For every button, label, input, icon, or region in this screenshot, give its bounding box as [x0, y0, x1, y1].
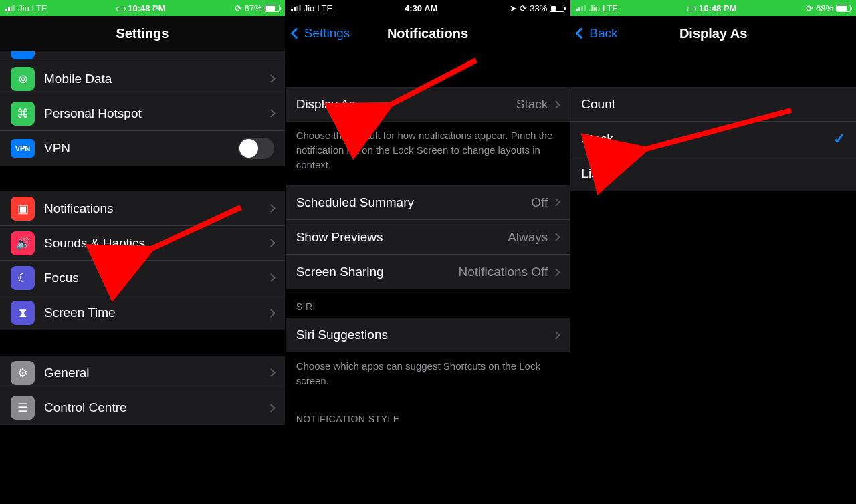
signal-icon: [576, 5, 586, 11]
settings-group-notifications: ▣ Notifications 🔊 Sounds & Haptics ☾ Foc…: [0, 191, 285, 330]
siri-section: Siri Suggestions: [286, 318, 570, 352]
row-label: List: [581, 166, 845, 181]
row-label: Scheduled Summary: [296, 195, 532, 210]
row-label: VPN: [44, 141, 238, 156]
row-notifications[interactable]: ▣ Notifications: [0, 191, 285, 226]
nav-title: Settings: [116, 26, 169, 41]
chevron-right-icon: [267, 204, 276, 213]
section-footer: Choose which apps can suggest Shortcuts …: [286, 352, 570, 402]
chevron-right-icon: [552, 268, 560, 277]
speaker-icon: 🔊: [11, 231, 35, 255]
row-siri-suggestions[interactable]: Siri Suggestions: [286, 318, 570, 352]
section-gap: [570, 51, 856, 87]
cropped-row: [0, 51, 285, 61]
orientation-lock-icon: ⟳: [520, 3, 527, 13]
time-label: 4:30 AM: [405, 3, 437, 13]
row-vpn[interactable]: VPN VPN: [0, 131, 285, 166]
signal-icon: [5, 5, 15, 11]
time-label: 10:48 PM: [699, 3, 736, 13]
back-button[interactable]: Back: [577, 26, 617, 41]
network-label: LTE: [603, 3, 618, 13]
status-bar: Jio LTE 10:48 PM ⟳ 68%: [570, 0, 856, 16]
carrier-label: Jio: [588, 3, 600, 13]
option-stack[interactable]: Stack ✓: [570, 122, 856, 156]
row-value: Always: [508, 230, 548, 245]
row-label: Display As: [296, 97, 516, 112]
network-label: LTE: [317, 3, 332, 13]
back-label: Back: [589, 26, 617, 41]
chevron-right-icon: [267, 404, 276, 412]
orientation-lock-icon: ⟳: [235, 3, 242, 13]
settings-group-connectivity: ⊚ Mobile Data ⌘ Personal Hotspot VPN VPN: [0, 61, 285, 166]
nav-bar: Settings Notifications: [286, 16, 570, 51]
carrier-label: Jio: [304, 3, 315, 13]
row-label: Stack: [581, 132, 833, 146]
chevron-left-icon: [576, 28, 587, 39]
row-display-as[interactable]: Display As Stack: [286, 87, 570, 122]
row-sounds-haptics[interactable]: 🔊 Sounds & Haptics: [0, 226, 285, 261]
bell-icon: ▣: [11, 197, 35, 221]
link-icon: ⌘: [11, 102, 35, 126]
option-count[interactable]: Count: [570, 87, 856, 122]
row-value: Notifications Off: [459, 265, 548, 279]
section-header-siri: SIRI: [286, 289, 570, 318]
checkmark-icon: ✓: [833, 130, 845, 148]
row-value: Stack: [516, 97, 548, 112]
phone-notifications: Jio LTE 4:30 AM ➤ ⟳ 33% Settings Notific…: [286, 0, 571, 504]
app-icon-partial: [11, 51, 35, 59]
option-list[interactable]: List: [570, 156, 856, 191]
chevron-right-icon: [267, 368, 276, 377]
chevron-right-icon: [267, 74, 276, 83]
chevron-right-icon: [552, 198, 560, 207]
battery-charging-icon: [550, 5, 564, 12]
previews-section: Scheduled Summary Off Show Previews Alwa…: [286, 185, 570, 289]
row-label: Count: [581, 97, 845, 112]
row-label: Focus: [44, 271, 268, 285]
row-label: Mobile Data: [44, 72, 268, 86]
carrier-label: Jio: [18, 3, 29, 13]
switches-icon: ☰: [11, 396, 35, 420]
vpn-toggle[interactable]: [238, 138, 274, 159]
gear-icon: ⚙: [11, 361, 35, 385]
row-label: Screen Sharing: [296, 265, 459, 279]
signal-icon: [291, 5, 301, 11]
battery-icon: [265, 5, 280, 12]
back-label: Settings: [304, 26, 350, 41]
row-general[interactable]: ⚙ General: [0, 356, 285, 390]
moon-icon: ☾: [11, 266, 35, 290]
nav-bar: Back Display As: [570, 16, 856, 51]
status-bar: Jio LTE 4:30 AM ➤ ⟳ 33%: [286, 0, 570, 16]
row-show-previews[interactable]: Show Previews Always: [286, 220, 570, 255]
chevron-right-icon: [267, 309, 276, 318]
nav-title: Display As: [679, 26, 748, 41]
chevron-left-icon: [290, 28, 302, 39]
row-control-centre[interactable]: ☰ Control Centre: [0, 390, 285, 425]
vpn-icon: VPN: [11, 139, 35, 158]
link-icon: [116, 7, 126, 11]
status-bar: Jio LTE 10:48 PM ⟳ 67%: [0, 0, 285, 16]
row-label: Notifications: [44, 201, 268, 216]
nav-title: Notifications: [387, 26, 468, 41]
chevron-right-icon: [267, 273, 276, 282]
link-icon: [687, 7, 696, 11]
section-header-notif-style: NOTIFICATION STYLE: [286, 402, 570, 424]
section-gap: [0, 330, 285, 356]
chevron-right-icon: [267, 109, 276, 118]
back-button[interactable]: Settings: [292, 26, 350, 41]
battery-icon: [836, 5, 851, 12]
row-personal-hotspot[interactable]: ⌘ Personal Hotspot: [0, 96, 285, 131]
row-screen-sharing[interactable]: Screen Sharing Notifications Off: [286, 255, 570, 289]
network-label: LTE: [32, 3, 47, 13]
section-footer: Choose the default for how notifications…: [286, 122, 570, 185]
chevron-right-icon: [267, 239, 276, 247]
row-mobile-data[interactable]: ⊚ Mobile Data: [0, 61, 285, 96]
chevron-right-icon: [552, 100, 560, 109]
orientation-lock-icon: ⟳: [806, 3, 813, 13]
row-screen-time[interactable]: ⧗ Screen Time: [0, 295, 285, 330]
row-scheduled-summary[interactable]: Scheduled Summary Off: [286, 185, 570, 220]
location-icon: ➤: [510, 3, 517, 13]
row-focus[interactable]: ☾ Focus: [0, 261, 285, 295]
row-label: Sounds & Haptics: [44, 236, 268, 251]
display-as-options: Count Stack ✓ List: [570, 87, 856, 191]
battery-pct: 68%: [816, 3, 833, 13]
